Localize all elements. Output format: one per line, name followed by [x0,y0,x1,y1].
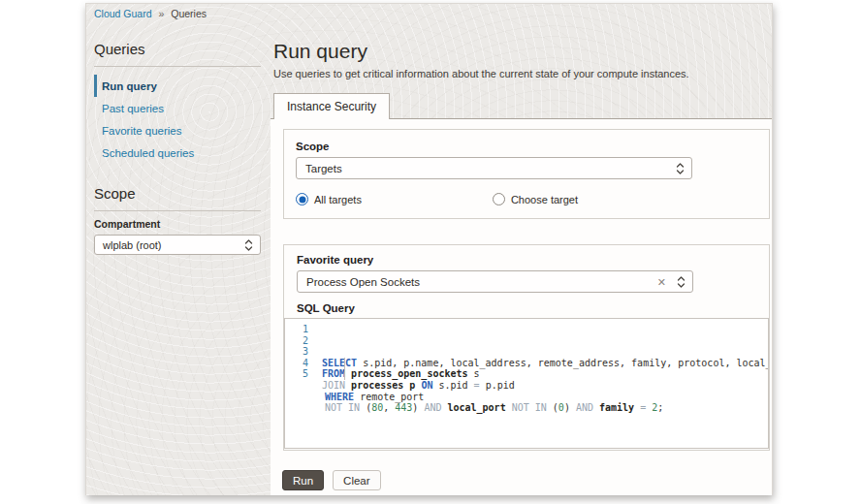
sidebar-item-scheduled-queries[interactable]: Scheduled queries [94,142,261,164]
sidebar-item-past-queries[interactable]: Past queries [94,97,261,119]
tab-panel: Scope Targets All targets [271,119,772,495]
favorite-query-select[interactable]: Process Open Sockets ✕ [297,270,693,293]
clear-button[interactable]: Clear [333,470,380,490]
favorite-query-label: Favorite query [297,254,757,266]
sql-editor[interactable]: 12345 SELECT s.pid, p.name, local_addres… [284,318,769,449]
compartment-select[interactable]: wlplab (root) [94,235,261,255]
sidebar-scope-divider [94,210,261,211]
cloud-guard-app: Cloud Guard » Queries Queries Run query … [85,3,773,495]
radio-unselected-icon [493,193,505,205]
sidebar-title: Queries [94,41,261,57]
scope-select-value: Targets [305,163,342,174]
tab-instance-security[interactable]: Instance Security [273,93,390,119]
run-button[interactable]: Run [282,470,324,490]
radio-all-targets[interactable]: All targets [296,193,362,205]
radio-choose-target[interactable]: Choose target [493,193,578,205]
radio-choose-target-label: Choose target [511,194,578,205]
main-content: Run query Use queries to get critical in… [271,4,772,495]
sql-line: NOT IN (80, 443) AND local_port NOT IN (… [322,402,769,414]
compartment-select-value: wlplab (root) [103,239,162,251]
indent-guide [344,358,345,380]
scope-select[interactable]: Targets [296,157,692,179]
scope-card: Scope Targets All targets [283,129,770,219]
page-description: Use queries to get critical information … [273,68,689,79]
chevron-updown-icon [244,238,253,251]
sql-code-lines: SELECT s.pid, p.name, local_address, rem… [308,319,769,448]
chevron-updown-icon [677,275,686,288]
sidebar-item-run-query[interactable]: Run query [94,75,261,97]
sql-gutter: 12345 [285,319,308,448]
sql-line: JOIN processes p ON s.pid = p.pid [322,380,769,392]
sidebar-item-favorite-queries[interactable]: Favorite queries [94,119,261,142]
sql-query-label: SQL Query [297,302,757,314]
clear-selection-icon[interactable]: ✕ [657,276,666,287]
target-radio-row: All targets Choose target [296,193,757,205]
breadcrumb: Cloud Guard » Queries [94,8,207,19]
compartment-label: Compartment [94,218,261,230]
query-card: Favorite query Process Open Sockets ✕ SQ… [283,244,770,451]
sidebar-divider [94,66,261,67]
action-buttons: Run Clear [282,470,381,490]
radio-selected-icon [296,193,308,205]
breadcrumb-link-cloud-guard[interactable]: Cloud Guard [94,8,152,19]
radio-all-targets-label: All targets [314,194,362,205]
scope-label: Scope [296,141,757,152]
breadcrumb-separator: » [158,8,164,19]
sidebar-scope-title: Scope [94,185,261,202]
page-title: Run query [273,40,367,63]
chevron-updown-icon [676,162,685,174]
page: Cloud Guard » Queries Queries Run query … [0,0,861,504]
sql-line: SELECT s.pid, p.name, local_address, rem… [322,358,769,369]
breadcrumb-current-queries: Queries [171,8,207,19]
sql-line: WHERE remote_port [322,392,769,403]
sql-line: FROM process_open_sockets s [322,368,769,380]
favorite-query-value: Process Open Sockets [306,276,420,288]
sidebar: Queries Run query Past queries Favorite … [94,41,261,255]
